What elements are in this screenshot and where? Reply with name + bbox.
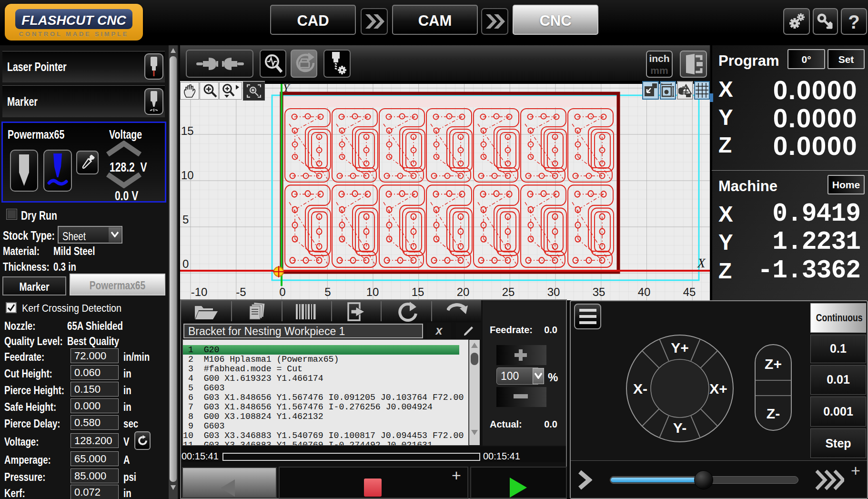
- svg-text:10: 10: [181, 169, 194, 182]
- svg-text:45: 45: [683, 285, 696, 298]
- svg-text:-5: -5: [236, 285, 246, 298]
- svg-text:Y-: Y-: [673, 420, 686, 436]
- svg-text:X+: X+: [709, 381, 727, 397]
- svg-text:0: 0: [182, 257, 189, 270]
- svg-text:Z-: Z-: [767, 406, 780, 421]
- svg-text:5: 5: [182, 213, 189, 226]
- svg-text:35: 35: [593, 285, 606, 298]
- svg-text:10: 10: [366, 285, 379, 298]
- svg-text:15: 15: [181, 124, 194, 137]
- svg-text:X: X: [697, 256, 706, 270]
- svg-text:-10: -10: [191, 285, 208, 298]
- svg-text:0: 0: [279, 285, 285, 298]
- svg-text:X-: X-: [633, 381, 647, 397]
- svg-text:Y+: Y+: [671, 340, 689, 356]
- svg-text:15: 15: [412, 285, 424, 298]
- svg-text:5: 5: [324, 285, 331, 298]
- svg-text:40: 40: [638, 285, 651, 298]
- svg-text:30: 30: [547, 285, 560, 298]
- svg-text:25: 25: [502, 285, 515, 298]
- svg-text:20: 20: [457, 285, 470, 298]
- svg-text:Z+: Z+: [765, 356, 782, 372]
